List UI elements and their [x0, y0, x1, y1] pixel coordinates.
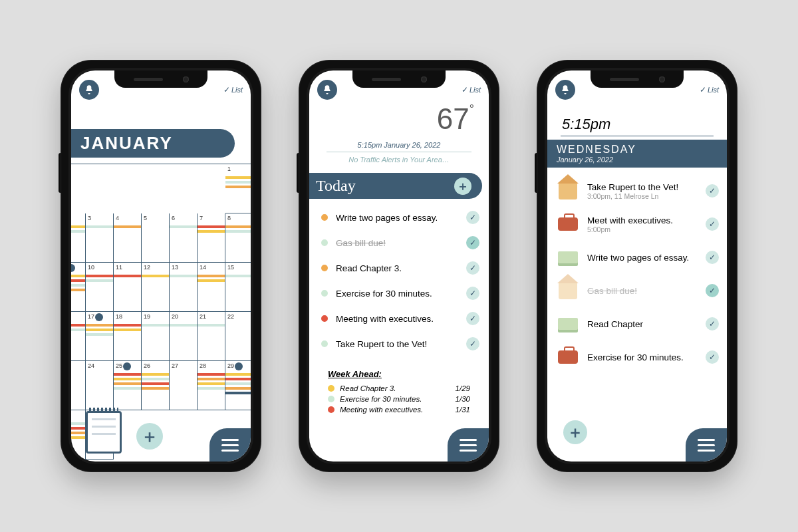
device-notch: [591, 70, 684, 88]
task-text: Take Rupert to the Vet!: [336, 339, 458, 349]
list-view-button[interactable]: List: [700, 85, 719, 94]
list-view-button[interactable]: List: [223, 85, 243, 94]
week-ahead-row[interactable]: Exercise for 30 minutes.1/30: [328, 394, 470, 404]
calendar-cell[interactable]: 3: [86, 213, 114, 263]
phone-day-detail: List 5:15pm WEDNESDAY January 26, 2022 T…: [537, 60, 737, 472]
menu-button[interactable]: [686, 428, 727, 462]
task-text: Meeting with executives.: [336, 314, 458, 324]
calendar-cell[interactable]: 16: [71, 312, 86, 361]
list-view-button[interactable]: List: [462, 85, 481, 94]
calendar-cell[interactable]: 26: [142, 361, 170, 410]
add-task-button[interactable]: ＋: [454, 178, 471, 195]
home-icon: [559, 182, 577, 200]
day-task-row[interactable]: Exercise for 30 minutes.✓: [557, 340, 719, 374]
today-task-list: Write two pages of essay.✓Gas bill due!✓…: [321, 205, 479, 356]
add-button[interactable]: ＋: [563, 420, 587, 444]
calendar-cell[interactable]: 25: [114, 361, 142, 410]
calendar-cell[interactable]: 1: [225, 164, 251, 213]
category-dot-icon: [321, 214, 328, 221]
calendar-cell[interactable]: 8: [225, 213, 251, 263]
task-subtitle: 5:00pm: [587, 225, 698, 233]
calendar-cell: [170, 410, 198, 460]
task-check-button[interactable]: ✓: [706, 217, 719, 231]
task-check-button[interactable]: ✓: [706, 251, 719, 264]
notifications-button[interactable]: [555, 80, 575, 100]
traffic-status: No Traffic Alerts in Your Area…: [309, 156, 489, 164]
task-row[interactable]: Exercise for 30 minutes.✓: [321, 281, 479, 306]
day-header: WEDNESDAY January 26, 2022: [547, 140, 727, 168]
week-ahead-text: Exercise for 30 minutes.: [340, 395, 422, 403]
calendar-cell[interactable]: 22: [225, 312, 251, 361]
week-ahead-section: Week Ahead: Read Chapter 3.1/29Exercise …: [328, 369, 470, 415]
task-check-button[interactable]: ✓: [466, 211, 479, 224]
calendar-cell[interactable]: 19: [142, 312, 170, 361]
task-check-button[interactable]: ✓: [706, 184, 719, 198]
calendar-cell[interactable]: 6: [170, 213, 198, 263]
day-task-row[interactable]: Read Chapter✓: [557, 307, 719, 340]
task-row[interactable]: Read Chapter 3.✓: [321, 255, 479, 281]
calendar-cell[interactable]: 21: [198, 312, 225, 361]
day-task-row[interactable]: Write two pages of essay.✓: [557, 241, 719, 274]
calendar-cell[interactable]: 27: [170, 361, 198, 410]
task-check-button[interactable]: ✓: [466, 261, 479, 275]
week-ahead-row[interactable]: Read Chapter 3.1/29: [328, 383, 470, 394]
menu-button[interactable]: [209, 428, 251, 462]
calendar-cell[interactable]: 23: [71, 361, 86, 410]
notifications-button[interactable]: [317, 80, 337, 100]
datetime-label: 5:15pm January 26, 2022: [309, 141, 489, 149]
category-dot-icon: [328, 385, 334, 392]
calendar-cell[interactable]: 11: [114, 263, 142, 312]
task-check-button[interactable]: ✓: [706, 317, 719, 331]
calendar-cell: [71, 164, 86, 213]
calendar-cell[interactable]: 12: [142, 263, 170, 312]
calendar-cell[interactable]: 24: [86, 361, 114, 410]
calendar-cell[interactable]: 5: [142, 213, 170, 263]
task-row[interactable]: Gas bill due!✓: [321, 230, 479, 255]
calendar-cell[interactable]: 7: [198, 213, 225, 263]
calendar-cell[interactable]: 17: [86, 312, 114, 361]
calendar-cell[interactable]: 14: [198, 263, 225, 312]
day-task-row[interactable]: Meet with executives.5:00pm✓: [557, 207, 719, 241]
book-icon: [558, 318, 578, 330]
task-row[interactable]: Take Rupert to the Vet!✓: [321, 331, 479, 356]
book-icon: [558, 251, 578, 263]
calendar-cell[interactable]: 28: [198, 361, 225, 410]
task-check-button[interactable]: ✓: [466, 312, 479, 325]
day-task-row[interactable]: Gas bill due!✓: [557, 274, 719, 307]
task-title: Take Rupert to the Vet!: [587, 182, 698, 192]
task-row[interactable]: Write two pages of essay.✓: [321, 205, 479, 230]
calendar-cell[interactable]: 20: [170, 312, 198, 361]
calendar-cell[interactable]: 18: [114, 312, 142, 361]
calendar-cell[interactable]: 9: [71, 263, 86, 312]
add-button[interactable]: ＋: [136, 423, 163, 450]
notifications-button[interactable]: [79, 80, 99, 100]
notes-button[interactable]: [86, 411, 122, 454]
temperature-display: 67°: [437, 102, 474, 136]
calendar-cell[interactable]: 13: [170, 263, 198, 312]
device-notch: [352, 70, 446, 88]
task-title: Exercise for 30 minutes.: [587, 352, 698, 362]
task-subtitle: 3:00pm, 11 Melrose Ln: [587, 192, 698, 200]
calendar-cell[interactable]: 15: [225, 263, 251, 312]
calendar-cell[interactable]: 2: [71, 213, 86, 263]
task-check-button[interactable]: ✓: [706, 284, 719, 297]
task-row[interactable]: Meeting with executives.✓: [321, 306, 479, 331]
week-ahead-heading: Week Ahead:: [328, 369, 470, 379]
week-ahead-row[interactable]: Meeting with executives.1/31: [328, 404, 470, 415]
task-text: Read Chapter 3.: [336, 263, 458, 273]
calendar-cell[interactable]: 10: [86, 263, 114, 312]
calendar-cell: [198, 164, 225, 213]
calendar-cell[interactable]: 4: [114, 213, 142, 263]
week-ahead-date: 1/29: [456, 384, 470, 392]
calendar-cell[interactable]: 29: [225, 361, 251, 410]
calendar-cell[interactable]: 30: [71, 410, 86, 460]
menu-button[interactable]: [448, 428, 489, 462]
task-check-button[interactable]: ✓: [466, 337, 479, 350]
task-check-button[interactable]: ✓: [466, 287, 479, 300]
task-check-button[interactable]: ✓: [706, 350, 719, 364]
calendar-cell: [86, 164, 114, 213]
day-task-row[interactable]: Take Rupert to the Vet!3:00pm, 11 Melros…: [557, 174, 719, 207]
bell-icon: [560, 84, 571, 95]
moon-icon: [71, 264, 75, 272]
task-check-button[interactable]: ✓: [466, 236, 479, 249]
